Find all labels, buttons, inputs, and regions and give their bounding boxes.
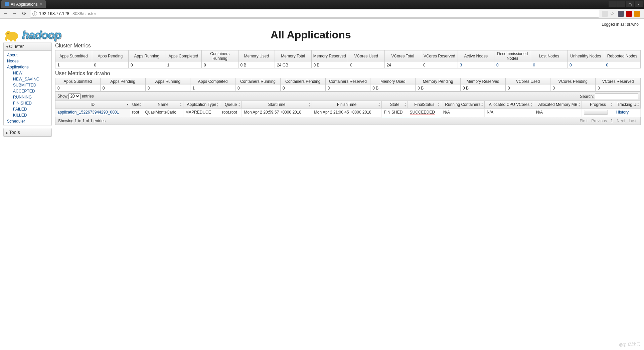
nav-forward-icon[interactable]: → [11, 10, 18, 17]
window-restore-icon[interactable]: — [617, 1, 625, 7]
metrics-value[interactable]: 3 [458, 62, 494, 68]
sidebar-link-finished[interactable]: FINISHED [13, 100, 48, 106]
apps-column-header[interactable]: Running Containers▴▾ [441, 101, 484, 109]
logged-in-text: Logged in as: dr.who [3, 21, 641, 27]
nodes-link[interactable]: 0 [606, 63, 609, 67]
tracking-ui-link[interactable]: History [616, 110, 629, 115]
page: Logged in as: dr.who hadoop All Applicat… [0, 19, 644, 42]
metrics-value: 0 [280, 85, 325, 92]
sidebar-link-submitted[interactable]: SUBMITTED [13, 82, 48, 88]
sort-icon: ▴▾ [378, 102, 380, 107]
sort-icon: ▴▾ [438, 102, 440, 107]
sidebar-cluster-header[interactable]: ▾Cluster [4, 42, 51, 51]
sort-icon: ▴▾ [309, 102, 310, 107]
translate-icon[interactable] [602, 11, 608, 17]
metrics-value: 24 [384, 62, 421, 68]
sort-icon: ▴▾ [531, 102, 532, 107]
apps-column-header[interactable]: FinalStatus▴▾ [408, 101, 441, 109]
url-path: :8088/cluster [71, 11, 96, 16]
cluster-metrics-title: Cluster Metrics [55, 43, 641, 49]
sort-icon: ▴▾ [180, 102, 182, 107]
cell-queue: root.root [220, 109, 241, 117]
apps-column-header[interactable]: Name▴▾ [143, 101, 183, 109]
tab-close-icon[interactable]: × [40, 2, 42, 7]
metrics-value[interactable]: 0 [568, 62, 604, 68]
sidebar-cluster-section: ▾Cluster About Nodes Applications NEW NE… [3, 42, 52, 126]
hadoop-logo[interactable]: hadoop [3, 27, 61, 42]
apps-column-header[interactable]: Allocated Memory MB▴▾ [534, 101, 582, 109]
nodes-link[interactable]: 0 [496, 63, 499, 67]
apps-column-header[interactable]: State▴▾ [382, 101, 408, 109]
metrics-value: 0 [92, 62, 129, 68]
apps-table-footer: Showing 1 to 1 of 1 entries First Previo… [55, 117, 641, 125]
apps-column-header[interactable]: FinishTime▴▾ [312, 101, 382, 109]
metrics-header: VCores Total [384, 50, 421, 62]
sidebar-tools-label: Tools [9, 130, 20, 135]
browser-tab[interactable]: All Applications × [1, 0, 46, 8]
entries-select[interactable]: 20 [68, 93, 80, 99]
app-id-link[interactable]: application_1522673944290_0001 [57, 110, 119, 115]
metrics-header: Decommissioned Nodes [494, 50, 531, 62]
apps-column-header[interactable]: Queue▴▾ [220, 101, 241, 109]
cell-progress [582, 109, 614, 117]
pager-first[interactable]: First [580, 119, 588, 123]
sidebar-tools-section: ▸Tools [3, 128, 52, 137]
ext-icon-1[interactable] [618, 11, 624, 17]
metrics-value: 0 [202, 62, 238, 68]
sidebar-link-new[interactable]: NEW [13, 70, 48, 76]
url-host: 192.168.77.128 [39, 11, 69, 16]
sidebar-link-failed[interactable]: FAILED [13, 106, 48, 112]
metrics-value[interactable]: 0 [531, 62, 568, 68]
sidebar-link-applications[interactable]: Applications [7, 64, 48, 70]
apps-table-controls: Show 20 entries Search: [55, 92, 641, 101]
metrics-value[interactable]: 0 [494, 62, 531, 68]
window-min-icon[interactable]: — [609, 1, 617, 7]
cell-user: root [130, 109, 143, 117]
ext-icon-pdf[interactable] [626, 11, 632, 17]
window-max-icon[interactable]: ▢ [626, 1, 634, 7]
pager-next[interactable]: Next [617, 119, 625, 123]
sidebar-link-accepted[interactable]: ACCEPTED [13, 88, 48, 94]
apps-column-header[interactable]: Application Type▴▾ [183, 101, 220, 109]
cell-mem: N/A [534, 109, 582, 117]
site-info-icon[interactable]: i [32, 11, 37, 16]
search-input[interactable] [595, 93, 638, 99]
bookmark-star-icon[interactable]: ☆ [610, 11, 616, 17]
sidebar-tools-header[interactable]: ▸Tools [4, 128, 51, 137]
sidebar-link-running[interactable]: RUNNING [13, 94, 48, 100]
apps-column-header[interactable]: StartTime▴▾ [242, 101, 312, 109]
pager-last[interactable]: Last [629, 119, 636, 123]
cell-name: QuasiMonteCarlo [143, 109, 183, 117]
nodes-link[interactable]: 3 [460, 63, 462, 67]
metrics-header: Memory Used [370, 78, 416, 85]
url-input[interactable]: i 192.168.77.128:8088/cluster [30, 10, 599, 18]
window-close-icon[interactable]: × [635, 1, 643, 7]
window-controls: — — ▢ × [609, 1, 644, 7]
apps-column-header[interactable]: Progress▴▾ [582, 101, 614, 109]
pager-page-1[interactable]: 1 [611, 119, 613, 123]
metrics-header: Apps Completed [165, 50, 202, 62]
apps-column-header[interactable]: Tracking UI▴▾ [614, 101, 640, 109]
sidebar-link-nodes[interactable]: Nodes [7, 58, 48, 64]
apps-column-header[interactable]: Allocated CPU VCores▴▾ [485, 101, 534, 109]
metrics-header: Active Nodes [458, 50, 494, 62]
nav-back-icon[interactable]: ← [2, 10, 9, 17]
nav-reload-icon[interactable]: ⟳ [21, 10, 27, 17]
nodes-link[interactable]: 0 [570, 63, 572, 67]
sidebar-link-about[interactable]: About [7, 52, 48, 58]
apps-column-header[interactable]: ID▾ [55, 101, 130, 109]
sidebar: ▾Cluster About Nodes Applications NEW NE… [3, 42, 52, 139]
ext-icon-2[interactable] [634, 11, 640, 17]
browser-chrome: All Applications × — — ▢ × ← → ⟳ i 192.1… [0, 0, 644, 19]
apps-column-header[interactable]: User▴▾ [130, 101, 143, 109]
sidebar-link-new-saving[interactable]: NEW_SAVING [13, 76, 48, 82]
sidebar-link-killed[interactable]: KILLED [13, 112, 48, 118]
nodes-link[interactable]: 0 [533, 63, 535, 67]
sidebar-link-scheduler[interactable]: Scheduler [7, 118, 48, 124]
pager-prev[interactable]: Previous [591, 119, 607, 123]
address-bar: ← → ⟳ i 192.168.77.128:8088/cluster ☆ [0, 9, 644, 19]
metrics-header: Unhealthy Nodes [568, 50, 604, 62]
sort-icon: ▴▾ [238, 102, 240, 107]
metrics-value[interactable]: 0 [604, 62, 641, 68]
applications-table: ID▾User▴▾Name▴▾Application Type▴▾Queue▴▾… [55, 101, 641, 117]
